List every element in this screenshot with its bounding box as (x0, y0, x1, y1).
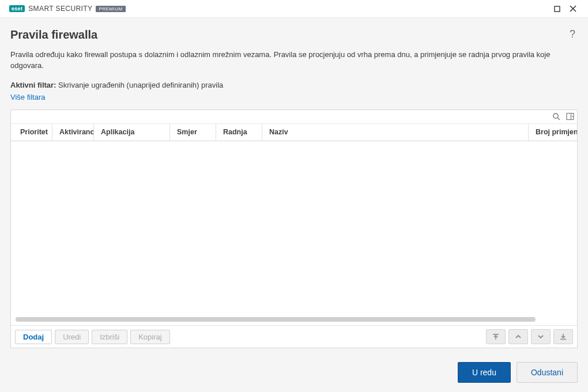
add-button[interactable]: Dodaj (15, 330, 52, 344)
grid-body (11, 141, 577, 325)
cancel-button[interactable]: Odustani (517, 362, 578, 383)
page-description: Pravila određuju kako firewall postupa s… (10, 50, 578, 71)
content: Pravila firewalla ? Pravila određuju kak… (0, 17, 588, 392)
dialog-footer: U redu Odustani (10, 348, 578, 383)
move-bottom-button[interactable] (553, 329, 573, 344)
svg-rect-0 (555, 6, 560, 12)
brand-badge: eset (9, 5, 25, 12)
maximize-button[interactable] (549, 2, 565, 15)
active-filter: Aktivni filtar: Skrivanje ugrađenih (una… (10, 81, 578, 89)
grid-header: Prioritet Aktivirano Aplikacija Smjer Ra… (11, 124, 577, 141)
search-icon[interactable] (549, 110, 563, 123)
grid-actions: Dodaj Uredi Izbriši Kopiraj (11, 325, 577, 348)
premium-badge: PREMIUM (96, 6, 125, 12)
col-action[interactable]: Radnja (216, 124, 262, 141)
help-button[interactable]: ? (567, 28, 578, 40)
ok-button[interactable]: U redu (458, 362, 511, 383)
horizontal-scrollbar[interactable] (16, 317, 536, 322)
edit-button[interactable]: Uredi (55, 330, 89, 344)
col-priority[interactable]: Prioritet (11, 124, 52, 141)
move-top-button[interactable] (486, 329, 506, 344)
col-hits[interactable]: Broj primjena (529, 124, 577, 141)
copy-button[interactable]: Kopiraj (130, 330, 169, 344)
page-title: Pravila firewalla (10, 28, 97, 42)
col-direction[interactable]: Smjer (170, 124, 216, 141)
move-up-button[interactable] (508, 329, 528, 344)
move-down-button[interactable] (531, 329, 551, 344)
col-name[interactable]: Naziv (262, 124, 529, 141)
delete-button[interactable]: Izbriši (92, 330, 127, 344)
columns-icon[interactable] (563, 110, 577, 123)
close-button[interactable] (565, 2, 581, 15)
rules-grid: Prioritet Aktivirano Aplikacija Smjer Ra… (10, 110, 578, 348)
svg-point-1 (553, 114, 558, 118)
col-enabled[interactable]: Aktivirano (52, 124, 94, 141)
grid-topbar (11, 110, 577, 124)
svg-line-2 (557, 118, 560, 120)
titlebar: eset SMART SECURITY PREMIUM (0, 0, 588, 17)
svg-line-6 (572, 116, 574, 117)
col-application[interactable]: Aplikacija (94, 124, 170, 141)
more-filters-link[interactable]: Više filtara (10, 93, 578, 101)
brand-text: SMART SECURITY (28, 5, 92, 13)
